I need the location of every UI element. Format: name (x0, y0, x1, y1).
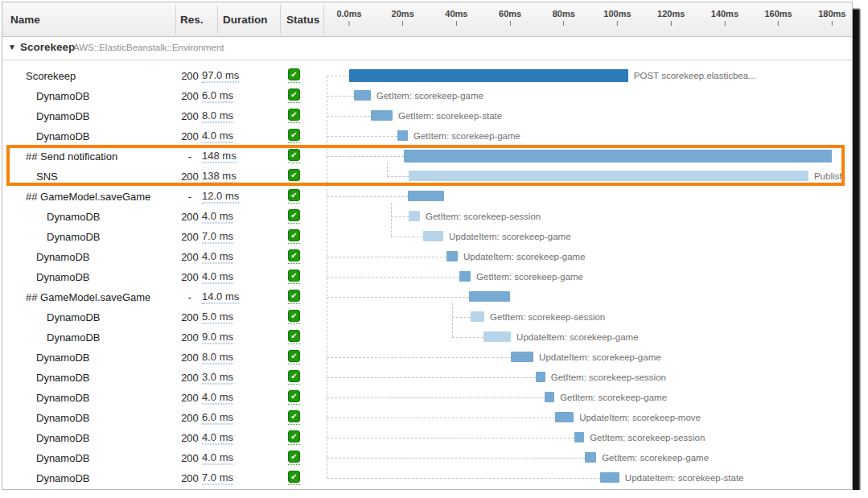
trace-row[interactable]: DynamoDB 200 4.0 ms ✔ GetItem: scorekeep… (2, 447, 852, 467)
timeline-bar[interactable] (423, 231, 443, 241)
collapse-triangle-icon[interactable]: ▼ (8, 43, 16, 51)
trace-timeline-panel: Name Res. Duration Status 0.0ms20ms40ms6… (2, 2, 853, 490)
segment-name: DynamoDB (47, 210, 100, 222)
duration-link[interactable]: 97.0 ms (202, 68, 239, 82)
group-header-row[interactable]: ▼ Scorekeep AWS::ElasticBeanstalk::Envir… (2, 37, 852, 60)
status-ok-icon[interactable]: ✔ (288, 410, 300, 425)
duration-link[interactable]: 4.0 ms (202, 209, 233, 223)
duration-link[interactable]: 4.0 ms (202, 390, 233, 404)
status-ok-icon[interactable]: ✔ (288, 330, 300, 344)
trace-row[interactable]: DynamoDB 200 5.0 ms ✔ GetItem: scorekeep… (2, 307, 852, 327)
segment-name: Scorekeep (26, 69, 76, 81)
trace-row[interactable]: DynamoDB 200 7.0 ms ✔ UpdateItem: scorek… (2, 226, 852, 246)
trace-row[interactable]: DynamoDB 200 4.0 ms ✔ GetItem: scorekeep… (2, 126, 852, 146)
ruler-tick: 140ms (711, 10, 738, 26)
timeline-bar[interactable] (469, 291, 510, 302)
timeline-bar[interactable] (409, 171, 808, 181)
duration-link[interactable]: 4.0 ms (202, 249, 233, 263)
duration-link[interactable]: 4.0 ms (202, 451, 233, 464)
trace-row[interactable]: Scorekeep 200 97.0 ms ✔ POST scorekeep.e… (2, 65, 852, 85)
bar-label: GetItem: scorekeep-session (590, 433, 705, 442)
duration-link[interactable]: 6.0 ms (202, 410, 233, 424)
duration-link[interactable]: 4.0 ms (202, 129, 233, 142)
timeline-bar[interactable] (555, 412, 574, 422)
status-ok-icon[interactable]: ✔ (288, 209, 300, 224)
trace-row[interactable]: DynamoDB 200 8.0 ms ✔ UpdateItem: scorek… (2, 347, 852, 367)
status-ok-icon[interactable]: ✔ (288, 390, 300, 405)
timeline-bar[interactable] (459, 271, 471, 282)
status-ok-icon[interactable]: ✔ (288, 109, 300, 123)
group-resource-type: AWS::ElasticBeanstalk::Environment (73, 43, 224, 52)
status-ok-icon[interactable]: ✔ (288, 88, 300, 103)
trace-row[interactable]: ## Send notification - 148 ms ✔ (2, 146, 852, 166)
status-ok-icon[interactable]: ✔ (288, 149, 300, 163)
duration-link[interactable]: 5.0 ms (202, 310, 233, 323)
duration-link[interactable]: 8.0 ms (202, 109, 233, 122)
timeline-bar[interactable] (371, 110, 393, 121)
duration-link[interactable]: 3.0 ms (202, 370, 233, 384)
status-ok-icon[interactable]: ✔ (288, 169, 300, 183)
trace-row[interactable]: DynamoDB 200 7.0 ms ✔ UpdateItem: scorek… (2, 467, 852, 488)
timeline-bar[interactable] (471, 311, 484, 322)
timeline-bar[interactable] (349, 69, 628, 82)
status-ok-icon[interactable]: ✔ (288, 451, 300, 465)
segment-name: DynamoDB (36, 130, 89, 142)
status-ok-icon[interactable]: ✔ (288, 68, 300, 83)
duration-link[interactable]: 148 ms (202, 149, 237, 163)
timeline-bar[interactable] (483, 331, 511, 342)
duration-link[interactable]: 9.0 ms (202, 330, 233, 344)
trace-row[interactable]: DynamoDB 200 4.0 ms ✔ GetItem: scorekeep… (2, 427, 852, 447)
trace-row[interactable]: ## GameModel.saveGame - 14.0 ms ✔ (2, 286, 852, 307)
status-ok-icon[interactable]: ✔ (288, 290, 300, 304)
timeline-bar[interactable] (585, 452, 596, 463)
duration-link[interactable]: 4.0 ms (202, 270, 233, 283)
trace-row[interactable]: DynamoDB 200 4.0 ms ✔ GetItem: scorekeep… (2, 206, 852, 226)
duration-link[interactable]: 6.0 ms (202, 88, 233, 102)
trace-row[interactable]: DynamoDB 200 6.0 ms ✔ GetItem: scorekeep… (2, 85, 852, 105)
status-ok-icon[interactable]: ✔ (288, 129, 300, 143)
timeline-bar[interactable] (404, 150, 832, 163)
trace-row[interactable]: DynamoDB 200 9.0 ms ✔ UpdateItem: scorek… (2, 327, 852, 347)
timeline-bar[interactable] (446, 251, 458, 261)
status-ok-icon[interactable]: ✔ (288, 229, 300, 244)
duration-link[interactable]: 4.0 ms (202, 430, 233, 444)
timeline-bar[interactable] (409, 211, 420, 221)
duration-link[interactable]: 12.0 ms (202, 189, 239, 203)
trace-row[interactable]: DynamoDB 200 4.0 ms ✔ GetItem: scorekeep… (2, 266, 852, 286)
trace-row[interactable]: DynamoDB 200 4.0 ms ✔ UpdateItem: scorek… (2, 246, 852, 266)
bar-label: GetItem: scorekeep-game (560, 393, 667, 402)
status-ok-icon[interactable]: ✔ (288, 370, 300, 385)
duration-link[interactable]: 7.0 ms (202, 471, 233, 484)
column-divider (323, 5, 324, 34)
duration-link[interactable]: 14.0 ms (202, 290, 239, 303)
status-ok-icon[interactable]: ✔ (288, 270, 300, 284)
ruler-tick: 180ms (818, 10, 845, 26)
status-ok-icon[interactable]: ✔ (288, 350, 300, 364)
bar-label: POST scorekeep.elasticbea... (634, 71, 756, 80)
trace-row[interactable]: ## GameModel.saveGame - 12.0 ms ✔ (2, 186, 852, 206)
column-header-duration: Duration (223, 2, 268, 36)
timeline-bar[interactable] (574, 432, 584, 442)
status-ok-icon[interactable]: ✔ (288, 310, 300, 324)
status-ok-icon[interactable]: ✔ (288, 249, 300, 264)
duration-link[interactable]: 7.0 ms (202, 229, 233, 243)
status-ok-icon[interactable]: ✔ (288, 471, 300, 485)
trace-row[interactable]: DynamoDB 200 8.0 ms ✔ GetItem: scorekeep… (2, 105, 852, 126)
timeline-bar[interactable] (408, 191, 444, 201)
timeline-bar[interactable] (397, 130, 408, 141)
trace-row[interactable]: DynamoDB 200 4.0 ms ✔ GetItem: scorekeep… (2, 387, 852, 407)
status-ok-icon[interactable]: ✔ (288, 430, 300, 445)
timeline-bar[interactable] (600, 472, 619, 483)
trace-row[interactable]: SNS 200 138 ms ✔ Publish (2, 166, 852, 186)
timeline-bar[interactable] (511, 352, 533, 362)
trace-row[interactable]: DynamoDB 200 3.0 ms ✔ GetItem: scorekeep… (2, 367, 852, 387)
duration-link[interactable]: 138 ms (202, 169, 237, 183)
trace-row[interactable]: DynamoDB 200 6.0 ms ✔ UpdateItem: scorek… (2, 407, 852, 427)
duration-link[interactable]: 8.0 ms (202, 350, 233, 364)
status-ok-icon[interactable]: ✔ (288, 189, 300, 204)
timeline-bar[interactable] (354, 90, 371, 101)
bar-label: GetItem: scorekeep-game (376, 91, 483, 101)
segment-name: DynamoDB (36, 250, 89, 262)
timeline-bar[interactable] (545, 392, 554, 402)
timeline-bar[interactable] (536, 372, 545, 382)
